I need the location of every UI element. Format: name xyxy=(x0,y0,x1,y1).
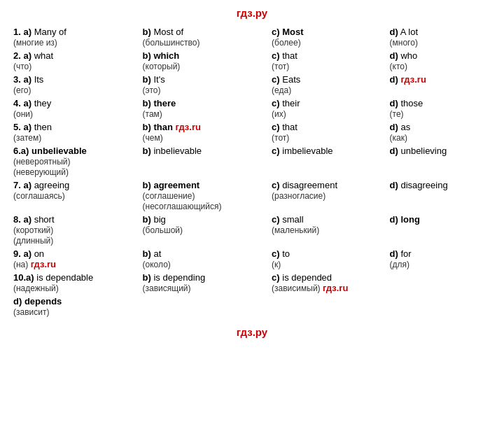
label: b) is depending xyxy=(143,272,206,283)
col-5b: b) than гдз.ru (чем) xyxy=(140,121,270,143)
col-1a: 1. a) Many of (многие из) xyxy=(10,26,140,48)
label: 3. a) Its xyxy=(13,74,43,85)
translation: (большой) xyxy=(143,225,183,235)
translation: (маленький) xyxy=(272,225,319,235)
col-2b: b) which (который) xyxy=(140,50,270,72)
col-3d: d) гдз.ru xyxy=(387,73,493,85)
label: 10.a) is dependable xyxy=(13,272,93,283)
label: d) unbelieving xyxy=(390,146,447,156)
label: b) there xyxy=(143,98,176,108)
label: d) long xyxy=(390,214,420,225)
label: 7. a) agreeing xyxy=(13,180,69,190)
col-6a: 6.a) unbelievable (невероятный)(неверующ… xyxy=(10,145,140,178)
row-7: 7. a) agreeing (соглашаясь) b) agreement… xyxy=(10,179,493,212)
label: b) which xyxy=(143,50,180,61)
translation: (многие из) xyxy=(13,38,57,48)
col-10d xyxy=(387,272,493,273)
row-9: 9. a) on (на) гдз.ru b) at (около) c) to… xyxy=(10,248,493,270)
col-10b: b) is depending (зависящий) xyxy=(140,272,270,294)
label: b) big xyxy=(143,214,166,225)
row-3: 3. a) Its (его) b) It's (это) c) Eats (е… xyxy=(10,73,493,96)
col-10c: c) is depended (зависимый) гдз.ru xyxy=(269,272,386,294)
col-8a: 8. a) short (короткий)(длинный) xyxy=(10,213,140,246)
label: d) disagreeing xyxy=(390,180,448,190)
col-4c: c) their (их) xyxy=(269,97,386,120)
col-6d: d) unbelieving xyxy=(387,145,493,157)
translation: (тот) xyxy=(272,62,289,71)
translation: (который) xyxy=(143,62,181,71)
label: c) small xyxy=(272,214,304,225)
label: 6.a) unbelievable xyxy=(13,146,87,156)
label: b) than гдз.ru xyxy=(143,122,201,132)
col-6c: c) imbelievable xyxy=(269,145,386,157)
translation: (разногласие) xyxy=(272,191,326,201)
label: d) for xyxy=(390,248,412,259)
translation: (что) xyxy=(13,62,31,71)
translation: (зависящий) xyxy=(143,283,191,293)
translation: (они) xyxy=(13,109,33,119)
col-7d: d) disagreeing xyxy=(387,179,493,191)
site-header: гдз.ру xyxy=(10,7,493,19)
col-8c: c) small (маленький) xyxy=(269,213,386,236)
col-4b: b) there (там) xyxy=(140,97,270,120)
translation: (зависимый) гдз.ru xyxy=(272,283,348,293)
translation: (еда) xyxy=(272,85,291,95)
label: 1. a) Many of xyxy=(13,27,66,37)
col-9c: c) to (к) xyxy=(269,248,386,270)
row-10: 10.a) is dependable (надежный) b) is dep… xyxy=(10,272,493,294)
col-5d: d) as (как) xyxy=(387,121,493,143)
col-8d: d) long xyxy=(387,213,493,225)
translation: (невероятный)(неверующий) xyxy=(13,157,71,177)
label: d) depends xyxy=(13,296,62,307)
label: c) Most xyxy=(272,27,304,37)
col-2a: 2. a) what (что) xyxy=(10,50,140,72)
translation: (кто) xyxy=(390,62,407,71)
translation: (как) xyxy=(390,133,407,143)
col-9a: 9. a) on (на) гдз.ru xyxy=(10,248,140,270)
row-8: 8. a) short (короткий)(длинный) b) big (… xyxy=(10,213,493,246)
label: d) as xyxy=(390,122,411,132)
col-7b: b) agreement (соглашение)(несоглашающийс… xyxy=(140,179,270,212)
translation: (около) xyxy=(143,260,171,269)
col-2c: c) that (тот) xyxy=(269,50,386,72)
col-5c: c) that (тот) xyxy=(269,121,386,143)
label: c) that xyxy=(272,50,298,61)
label: 9. a) on xyxy=(13,248,44,259)
col-3b: b) It's (это) xyxy=(140,73,270,96)
label: b) agreement xyxy=(143,180,200,190)
translation: (их) xyxy=(272,109,286,119)
label: c) imbelievable xyxy=(272,146,332,156)
col-4a: 4. a) they (они) xyxy=(10,97,140,120)
site-footer: гдз.ру xyxy=(10,326,493,338)
translation: (тот) xyxy=(272,133,289,143)
col-5a: 5. a) then (затем) xyxy=(10,121,140,143)
watermark-9a: гдз.ru xyxy=(31,259,56,269)
col-10d-main: d) depends (зависит) xyxy=(10,295,140,318)
col-3c: c) Eats (еда) xyxy=(269,73,386,96)
label: 4. a) they xyxy=(13,98,51,108)
col-1b: b) Most of (большинство) xyxy=(140,26,270,48)
row-1: 1. a) Many of (многие из) b) Most of (бо… xyxy=(10,26,493,48)
col-10d-empty2 xyxy=(269,295,386,297)
col-10d-empty3 xyxy=(387,295,493,297)
row-2: 2. a) what (что) b) which (который) c) t… xyxy=(10,50,493,72)
label: d) who xyxy=(390,50,418,61)
col-1c: c) Most (более) xyxy=(269,26,386,48)
label: b) at xyxy=(143,248,162,259)
col-6b: b) inbelievable xyxy=(140,145,270,157)
col-10a: 10.a) is dependable (надежный) xyxy=(10,272,140,294)
col-8b: b) big (большой) xyxy=(140,213,270,236)
col-1d: d) A lot (много) xyxy=(387,26,493,48)
label: c) is depended xyxy=(272,272,332,283)
translation: (соглашение)(несоглашающийся) xyxy=(143,191,222,211)
label: c) their xyxy=(272,98,300,108)
watermark-3d: гдз.ru xyxy=(400,74,426,85)
label: 8. a) short xyxy=(13,214,55,225)
label: 2. a) what xyxy=(13,50,53,61)
col-9b: b) at (около) xyxy=(140,248,270,270)
label: b) inbelievable xyxy=(143,146,202,156)
translation: (более) xyxy=(272,38,301,48)
translation: (его) xyxy=(13,85,31,95)
col-2d: d) who (кто) xyxy=(387,50,493,72)
translation: (для) xyxy=(390,260,410,269)
